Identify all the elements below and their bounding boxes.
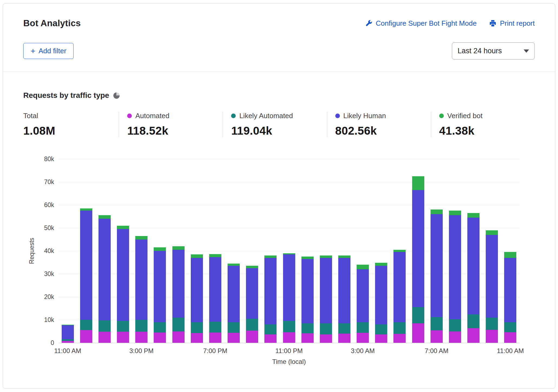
- time-range-select[interactable]: Last 24 hours: [452, 42, 535, 59]
- bar-segment-automated[interactable]: [99, 332, 111, 343]
- bar-segment-likely-human[interactable]: [412, 190, 424, 307]
- bar-segment-automated[interactable]: [172, 331, 185, 343]
- bar-segment-likely-human[interactable]: [431, 214, 443, 317]
- bar-segment-likely-human[interactable]: [154, 251, 166, 322]
- bar-segment-likely-automated[interactable]: [357, 322, 369, 333]
- bar-segment-automated[interactable]: [117, 332, 129, 343]
- bar-segment-verified-bot[interactable]: [209, 254, 221, 257]
- bar-segment-likely-automated[interactable]: [486, 318, 498, 330]
- bar-segment-likely-automated[interactable]: [283, 321, 295, 332]
- bar-segment-likely-human[interactable]: [467, 218, 480, 314]
- bar-segment-automated[interactable]: [393, 334, 406, 343]
- bar-segment-automated[interactable]: [62, 341, 74, 343]
- bar-segment-likely-human[interactable]: [172, 250, 185, 318]
- bar-segment-automated[interactable]: [449, 331, 461, 343]
- bar-segment-automated[interactable]: [467, 328, 480, 343]
- bar-segment-verified-bot[interactable]: [154, 247, 166, 251]
- bar-segment-automated[interactable]: [357, 333, 369, 343]
- bar-segment-likely-human[interactable]: [486, 235, 498, 318]
- bar-segment-likely-automated[interactable]: [135, 320, 147, 332]
- bar-segment-likely-human[interactable]: [80, 211, 92, 320]
- bar-segment-automated[interactable]: [80, 330, 92, 343]
- bar-segment-automated[interactable]: [209, 333, 221, 343]
- bar-segment-automated[interactable]: [228, 333, 240, 343]
- bar-segment-automated[interactable]: [320, 334, 332, 343]
- bar-segment-verified-bot[interactable]: [338, 255, 350, 258]
- bar-segment-verified-bot[interactable]: [191, 254, 203, 258]
- bar-segment-verified-bot[interactable]: [449, 211, 461, 215]
- bar-segment-likely-human[interactable]: [99, 219, 111, 320]
- bar-segment-verified-bot[interactable]: [393, 250, 406, 252]
- bar-segment-likely-human[interactable]: [504, 258, 516, 322]
- bar-segment-automated[interactable]: [154, 333, 166, 343]
- bar-segment-verified-bot[interactable]: [80, 208, 92, 211]
- bar-segment-verified-bot[interactable]: [246, 266, 258, 268]
- bar-segment-verified-bot[interactable]: [412, 176, 424, 190]
- bar-segment-likely-automated[interactable]: [375, 324, 387, 334]
- bar-segment-likely-automated[interactable]: [80, 320, 92, 330]
- bar-segment-verified-bot[interactable]: [62, 325, 74, 325]
- bar-segment-likely-automated[interactable]: [504, 322, 516, 332]
- add-filter-button[interactable]: + Add filter: [23, 43, 74, 59]
- bar-segment-automated[interactable]: [431, 330, 443, 343]
- bar-segment-verified-bot[interactable]: [504, 252, 516, 258]
- bar-segment-likely-human[interactable]: [283, 254, 295, 321]
- bar-segment-likely-human[interactable]: [449, 215, 461, 319]
- bar-segment-verified-bot[interactable]: [467, 213, 480, 218]
- bar-segment-verified-bot[interactable]: [117, 226, 129, 229]
- bar-segment-likely-human[interactable]: [117, 229, 129, 321]
- bar-segment-verified-bot[interactable]: [431, 210, 443, 214]
- bar-segment-likely-human[interactable]: [228, 266, 240, 322]
- bar-segment-automated[interactable]: [264, 334, 277, 343]
- bar-segment-likely-automated[interactable]: [301, 323, 314, 333]
- bar-segment-likely-human[interactable]: [135, 240, 147, 320]
- bar-segment-automated[interactable]: [338, 334, 350, 343]
- bar-segment-likely-human[interactable]: [209, 257, 221, 322]
- bar-segment-likely-human[interactable]: [191, 258, 203, 322]
- bar-segment-likely-human[interactable]: [301, 259, 314, 323]
- bar-segment-automated[interactable]: [283, 332, 295, 343]
- pie-chart-icon[interactable]: [113, 92, 120, 99]
- bar-segment-likely-human[interactable]: [357, 269, 369, 322]
- bar-segment-likely-automated[interactable]: [431, 317, 443, 330]
- bar-segment-likely-automated[interactable]: [320, 323, 332, 335]
- bar-segment-verified-bot[interactable]: [228, 264, 240, 266]
- bar-segment-likely-automated[interactable]: [338, 323, 350, 334]
- bar-segment-likely-automated[interactable]: [228, 322, 240, 333]
- bar-segment-automated[interactable]: [301, 333, 314, 343]
- bar-segment-likely-automated[interactable]: [62, 339, 74, 341]
- bar-segment-likely-automated[interactable]: [264, 324, 277, 334]
- bar-segment-likely-human[interactable]: [393, 252, 406, 322]
- bar-segment-automated[interactable]: [412, 323, 424, 343]
- bar-segment-likely-automated[interactable]: [99, 320, 111, 332]
- bar-segment-likely-automated[interactable]: [467, 314, 480, 328]
- bar-segment-likely-human[interactable]: [246, 268, 258, 319]
- bar-segment-likely-human[interactable]: [375, 266, 387, 324]
- bar-segment-likely-automated[interactable]: [191, 322, 203, 333]
- bar-segment-likely-human[interactable]: [62, 325, 74, 339]
- bar-segment-verified-bot[interactable]: [283, 253, 295, 254]
- bar-segment-automated[interactable]: [375, 334, 387, 343]
- bar-segment-likely-automated[interactable]: [209, 322, 221, 333]
- bar-segment-verified-bot[interactable]: [135, 236, 147, 240]
- configure-super-bot-fight-mode-link[interactable]: Configure Super Bot Fight Mode: [365, 19, 477, 28]
- bar-segment-automated[interactable]: [486, 330, 498, 343]
- bar-segment-verified-bot[interactable]: [357, 265, 369, 269]
- bar-segment-likely-human[interactable]: [338, 258, 350, 323]
- bar-segment-likely-automated[interactable]: [393, 322, 406, 334]
- bar-segment-verified-bot[interactable]: [264, 255, 277, 258]
- bar-segment-likely-human[interactable]: [264, 258, 277, 325]
- bar-segment-verified-bot[interactable]: [172, 246, 185, 250]
- bar-segment-verified-bot[interactable]: [486, 230, 498, 235]
- print-report-link[interactable]: Print report: [489, 19, 535, 28]
- bar-segment-verified-bot[interactable]: [301, 257, 314, 259]
- bar-segment-verified-bot[interactable]: [99, 215, 111, 219]
- bar-segment-automated[interactable]: [246, 331, 258, 343]
- bar-segment-verified-bot[interactable]: [320, 255, 332, 258]
- bar-segment-likely-automated[interactable]: [117, 321, 129, 332]
- bar-segment-likely-automated[interactable]: [412, 307, 424, 323]
- bar-segment-automated[interactable]: [135, 332, 147, 343]
- bar-segment-likely-automated[interactable]: [246, 319, 258, 331]
- bar-segment-likely-automated[interactable]: [172, 318, 185, 331]
- bar-segment-verified-bot[interactable]: [375, 263, 387, 266]
